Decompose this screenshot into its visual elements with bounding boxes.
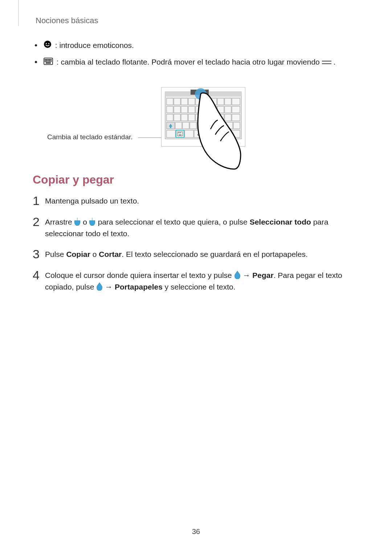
step-body: Mantenga pulsado un texto. bbox=[45, 195, 359, 207]
step-bold: Portapapeles bbox=[115, 283, 163, 291]
svg-rect-48 bbox=[225, 114, 231, 121]
step-4: 4 Coloque el cursor donde quiera inserta… bbox=[33, 270, 359, 292]
svg-rect-32 bbox=[181, 106, 188, 113]
bullet-label: : introduce emoticonos. bbox=[53, 41, 134, 49]
svg-rect-27 bbox=[217, 98, 224, 105]
svg-rect-31 bbox=[174, 106, 180, 113]
step-3: 3 Pulse Copiar o Cortar. El texto selecc… bbox=[33, 249, 359, 260]
svg-rect-64 bbox=[179, 132, 180, 133]
svg-rect-7 bbox=[49, 59, 50, 60]
svg-rect-15 bbox=[322, 61, 331, 62]
svg-rect-22 bbox=[181, 98, 188, 105]
svg-rect-52 bbox=[183, 122, 189, 129]
step-bold: Copiar bbox=[66, 250, 90, 258]
bullet-list: : introduce emoticonos. : cambia al tecl… bbox=[33, 40, 359, 68]
svg-rect-40 bbox=[167, 114, 173, 121]
bullet-item-floating-keyboard: : cambia al teclado flotante. Podrá move… bbox=[33, 57, 359, 68]
arrow-text: → bbox=[241, 271, 253, 279]
figure-row: Cambia al teclado estándar. bbox=[33, 75, 359, 159]
svg-rect-60 bbox=[167, 130, 175, 138]
step-text: para seleccionar el texto que quiera, o … bbox=[96, 218, 250, 226]
svg-rect-66 bbox=[179, 135, 181, 135]
svg-rect-33 bbox=[188, 106, 195, 113]
step-bold: Pegar bbox=[252, 271, 273, 279]
step-body: Pulse Copiar o Cortar. El texto seleccio… bbox=[45, 249, 359, 260]
svg-rect-41 bbox=[174, 114, 180, 121]
svg-rect-28 bbox=[225, 98, 231, 105]
svg-rect-6 bbox=[48, 59, 49, 60]
step-body: Coloque el cursor donde quiera insertar … bbox=[45, 270, 359, 292]
svg-rect-29 bbox=[232, 98, 240, 105]
step-number: 2 bbox=[33, 216, 45, 228]
bullet-dot-icon bbox=[34, 44, 37, 47]
breadcrumb-header: Nociones básicas bbox=[36, 16, 359, 25]
svg-rect-20 bbox=[167, 98, 173, 105]
arrow-text: → bbox=[103, 283, 115, 291]
svg-rect-38 bbox=[225, 106, 231, 113]
figure-caption: Cambia al teclado estándar. bbox=[47, 133, 133, 141]
step-text: Coloque el cursor donde quiera insertar … bbox=[45, 271, 234, 279]
drag-handle-icon bbox=[322, 58, 334, 66]
bullet-text: : cambia al teclado flotante. Podrá move… bbox=[44, 57, 359, 68]
cursor-handle-icon bbox=[234, 271, 241, 279]
step-text: . El texto seleccionado se guardará en e… bbox=[122, 250, 308, 258]
selection-handle-left-icon bbox=[74, 217, 81, 225]
svg-rect-65 bbox=[180, 132, 181, 133]
svg-rect-5 bbox=[46, 59, 47, 60]
svg-rect-42 bbox=[181, 114, 188, 121]
smiley-icon bbox=[44, 40, 52, 51]
step-number: 3 bbox=[33, 248, 45, 260]
step-bold: Cortar bbox=[99, 250, 122, 258]
step-body: Arrastre o para seleccionar el texto que… bbox=[45, 216, 359, 239]
header-rule bbox=[18, 0, 19, 26]
svg-rect-39 bbox=[232, 106, 240, 113]
svg-point-1 bbox=[46, 43, 47, 44]
keyboard-icon bbox=[44, 57, 53, 68]
svg-rect-11 bbox=[48, 61, 49, 62]
step-text: o bbox=[90, 250, 99, 258]
step-2: 2 Arrastre o para seleccionar el texto q… bbox=[33, 216, 359, 239]
bullet-label: : cambia al teclado flotante. Podrá move… bbox=[54, 58, 322, 66]
cursor-handle-icon bbox=[96, 282, 103, 290]
step-text: Pulse bbox=[45, 250, 66, 258]
svg-rect-9 bbox=[45, 61, 46, 62]
svg-point-0 bbox=[44, 41, 51, 48]
bullet-label-end: . bbox=[333, 58, 335, 66]
bullet-item-emoticons: : introduce emoticonos. bbox=[33, 40, 359, 52]
step-text: y seleccione el texto. bbox=[163, 283, 236, 291]
bullet-text: : introduce emoticonos. bbox=[44, 40, 359, 52]
svg-rect-13 bbox=[50, 61, 52, 62]
step-number: 4 bbox=[33, 269, 45, 281]
svg-rect-8 bbox=[50, 59, 52, 60]
keyboard-figure bbox=[161, 87, 245, 147]
svg-rect-53 bbox=[190, 122, 196, 129]
svg-rect-61 bbox=[176, 130, 184, 138]
svg-rect-49 bbox=[232, 114, 240, 121]
svg-rect-10 bbox=[46, 61, 47, 62]
svg-rect-12 bbox=[49, 61, 50, 62]
selection-handle-right-icon bbox=[89, 217, 96, 225]
section-title-copy-paste: Copiar y pegar bbox=[33, 173, 359, 186]
page-number: 36 bbox=[0, 528, 392, 536]
svg-rect-51 bbox=[175, 122, 182, 129]
step-text: Arrastre bbox=[45, 218, 74, 226]
svg-rect-43 bbox=[188, 114, 195, 121]
svg-rect-16 bbox=[322, 63, 331, 64]
svg-rect-30 bbox=[167, 106, 173, 113]
svg-rect-59 bbox=[233, 122, 240, 129]
step-text: o bbox=[81, 218, 89, 226]
svg-point-2 bbox=[48, 43, 49, 44]
svg-rect-14 bbox=[46, 62, 51, 63]
svg-rect-4 bbox=[45, 59, 46, 60]
svg-rect-63 bbox=[178, 132, 179, 133]
step-1: 1 Mantenga pulsado un texto. bbox=[33, 195, 359, 207]
svg-rect-67 bbox=[185, 130, 193, 138]
step-bold: Seleccionar todo bbox=[250, 218, 311, 226]
svg-rect-21 bbox=[174, 98, 180, 105]
svg-rect-23 bbox=[188, 98, 195, 105]
bullet-dot-icon bbox=[34, 60, 37, 63]
step-number: 1 bbox=[33, 194, 45, 207]
